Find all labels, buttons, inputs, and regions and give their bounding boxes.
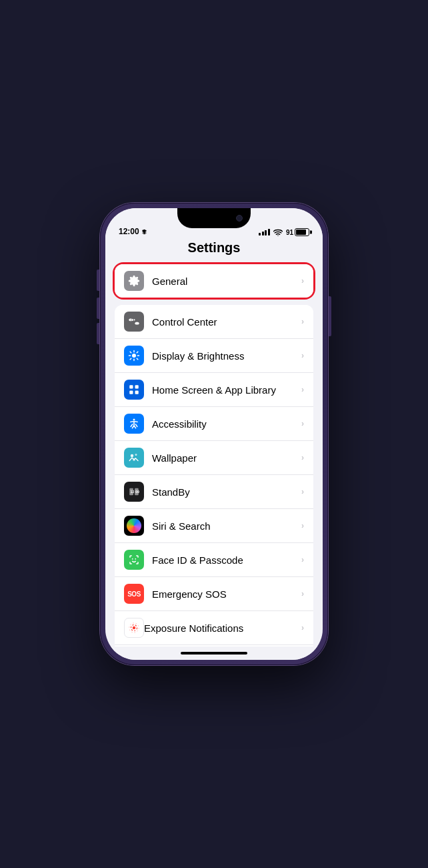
battery-icon [295,228,309,236]
emergency-sos-icon: SOS [124,584,144,604]
exposure-svg [128,622,140,634]
settings-item-general[interactable]: General › [115,264,313,298]
exposure-icon [124,618,144,638]
gear-svg [128,275,140,287]
emergency-sos-label: Emergency SOS [152,588,301,600]
svg-point-0 [277,235,278,236]
home-screen-icon [124,380,144,400]
exposure-chevron: › [301,623,304,632]
home-bar-line [181,652,247,655]
phone-screen: 12:00 [105,208,323,660]
wifi-icon [273,229,283,236]
wallpaper-label: Wallpaper [152,452,301,464]
svg-rect-19 [129,385,133,388]
notch-camera [236,215,243,222]
signal-bars [259,229,270,236]
general-icon [124,271,144,291]
settings-item-emergency-sos[interactable]: SOS Emergency SOS › [115,577,313,611]
siri-icon [124,516,144,536]
sun-svg [128,350,140,362]
home-bar [105,646,323,660]
svg-rect-20 [135,385,139,388]
home-svg [128,384,140,396]
status-bar: 12:00 [105,208,323,240]
svg-point-24 [131,454,134,458]
settings-item-siri[interactable]: Siri & Search › [115,509,313,543]
siri-label: Siri & Search [152,520,301,532]
svg-point-31 [133,626,136,630]
settings-item-battery[interactable]: Battery › [115,645,313,646]
control-center-icon [124,312,144,332]
svg-point-23 [133,419,135,421]
svg-line-16 [137,358,138,360]
svg-rect-22 [135,391,139,394]
accessibility-icon [124,414,144,434]
siri-gradient [127,518,141,533]
notch [177,208,251,228]
general-highlight-wrapper: General › [113,262,315,300]
wallpaper-svg [128,452,140,464]
accessibility-svg [128,418,140,430]
settings-item-face-id[interactable]: Face ID & Passcode › [115,543,313,577]
settings-item-exposure[interactable]: Exposure Notifications › [115,611,313,645]
display-chevron: › [301,351,304,360]
status-right: 91 [259,228,309,236]
battery-percent: 91 [286,229,293,236]
page-title: Settings [119,240,309,256]
home-screen-label: Home Screen & App Library [152,384,301,396]
general-chevron: › [301,276,304,286]
display-label: Display & Brightness [152,350,301,362]
svg-rect-9 [135,323,138,324]
toggle-svg [128,316,140,328]
signal-bar-1 [259,233,261,236]
display-icon [124,346,144,366]
location-icon [141,229,147,235]
svg-rect-21 [129,391,133,394]
sos-text-label: SOS [127,590,141,598]
wallpaper-chevron: › [301,453,304,462]
face-id-svg [128,554,140,566]
signal-bar-3 [265,230,267,236]
svg-line-15 [130,352,131,353]
standby-icon: 12 00 [124,482,144,502]
settings-item-control-center[interactable]: Control Center › [115,305,313,339]
svg-text:12: 12 [130,490,134,494]
scroll-content[interactable]: General › [105,262,323,646]
status-left: 12:00 [119,227,147,236]
accessibility-chevron: › [301,419,304,428]
wallpaper-icon [124,448,144,468]
control-center-label: Control Center [152,316,301,328]
control-center-chevron: › [301,317,304,326]
exposure-label: Exposure Notifications [144,622,301,634]
signal-bar-2 [262,232,264,236]
emergency-sos-chevron: › [301,589,304,598]
settings-item-standby[interactable]: 12 00 StandBy › [115,475,313,509]
page-title-bar: Settings [105,240,323,262]
settings-item-display[interactable]: Display & Brightness › [115,339,313,373]
standby-svg: 12 00 [128,486,140,498]
svg-line-18 [130,358,131,360]
svg-point-25 [135,454,137,456]
face-id-chevron: › [301,555,304,564]
settings-item-accessibility[interactable]: Accessibility › [115,407,313,441]
signal-bar-4 [268,229,270,236]
svg-text:00: 00 [135,490,139,494]
svg-line-17 [137,352,138,353]
face-id-icon [124,550,144,570]
face-id-label: Face ID & Passcode [152,554,301,566]
home-screen-chevron: › [301,385,304,394]
general-label: General [152,276,301,287]
svg-rect-8 [129,320,132,320]
siri-chevron: › [301,521,304,530]
standby-chevron: › [301,487,304,496]
settings-group-main: Control Center › [115,305,313,646]
time-display: 12:00 [119,227,139,236]
battery-display: 91 [286,228,309,236]
settings-item-wallpaper[interactable]: Wallpaper › [115,441,313,475]
phone-frame: 12:00 [100,203,328,665]
accessibility-label: Accessibility [152,418,301,430]
svg-point-10 [132,354,136,358]
standby-label: StandBy [152,486,301,498]
battery-fill [296,230,306,235]
settings-item-home-screen[interactable]: Home Screen & App Library › [115,373,313,407]
